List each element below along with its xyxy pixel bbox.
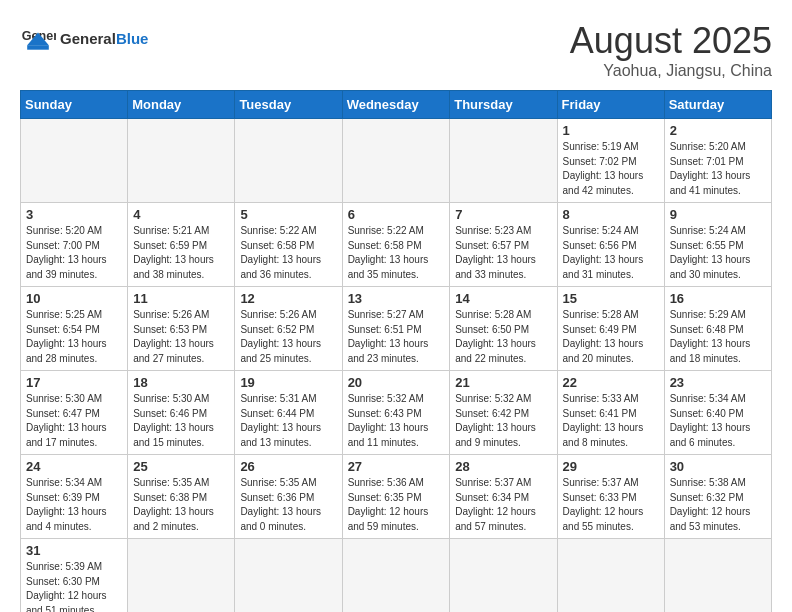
calendar-cell: 12Sunrise: 5:26 AM Sunset: 6:52 PM Dayli… xyxy=(235,287,342,371)
day-number: 8 xyxy=(563,207,659,222)
weekday-header: Wednesday xyxy=(342,91,450,119)
calendar-cell: 8Sunrise: 5:24 AM Sunset: 6:56 PM Daylig… xyxy=(557,203,664,287)
calendar-cell: 13Sunrise: 5:27 AM Sunset: 6:51 PM Dayli… xyxy=(342,287,450,371)
calendar-cell xyxy=(235,539,342,613)
day-info: Sunrise: 5:26 AM Sunset: 6:52 PM Dayligh… xyxy=(240,308,336,366)
calendar-cell: 10Sunrise: 5:25 AM Sunset: 6:54 PM Dayli… xyxy=(21,287,128,371)
day-number: 6 xyxy=(348,207,445,222)
day-number: 22 xyxy=(563,375,659,390)
day-number: 13 xyxy=(348,291,445,306)
calendar-week-row: 10Sunrise: 5:25 AM Sunset: 6:54 PM Dayli… xyxy=(21,287,772,371)
day-number: 30 xyxy=(670,459,766,474)
day-info: Sunrise: 5:33 AM Sunset: 6:41 PM Dayligh… xyxy=(563,392,659,450)
weekday-header: Thursday xyxy=(450,91,557,119)
day-number: 18 xyxy=(133,375,229,390)
title-block: August 2025 Yaohua, Jiangsu, China xyxy=(570,20,772,80)
day-info: Sunrise: 5:32 AM Sunset: 6:43 PM Dayligh… xyxy=(348,392,445,450)
day-info: Sunrise: 5:27 AM Sunset: 6:51 PM Dayligh… xyxy=(348,308,445,366)
day-number: 16 xyxy=(670,291,766,306)
day-info: Sunrise: 5:36 AM Sunset: 6:35 PM Dayligh… xyxy=(348,476,445,534)
day-info: Sunrise: 5:30 AM Sunset: 6:47 PM Dayligh… xyxy=(26,392,122,450)
day-info: Sunrise: 5:21 AM Sunset: 6:59 PM Dayligh… xyxy=(133,224,229,282)
page-header: General GeneralBlue August 2025 Yaohua, … xyxy=(20,20,772,80)
calendar-cell xyxy=(342,119,450,203)
calendar-cell: 6Sunrise: 5:22 AM Sunset: 6:58 PM Daylig… xyxy=(342,203,450,287)
calendar-cell: 28Sunrise: 5:37 AM Sunset: 6:34 PM Dayli… xyxy=(450,455,557,539)
svg-rect-2 xyxy=(27,45,49,50)
day-number: 1 xyxy=(563,123,659,138)
day-number: 17 xyxy=(26,375,122,390)
day-info: Sunrise: 5:39 AM Sunset: 6:30 PM Dayligh… xyxy=(26,560,122,612)
day-number: 26 xyxy=(240,459,336,474)
calendar-table: SundayMondayTuesdayWednesdayThursdayFrid… xyxy=(20,90,772,612)
calendar-cell xyxy=(342,539,450,613)
day-info: Sunrise: 5:35 AM Sunset: 6:38 PM Dayligh… xyxy=(133,476,229,534)
calendar-cell: 29Sunrise: 5:37 AM Sunset: 6:33 PM Dayli… xyxy=(557,455,664,539)
calendar-week-row: 3Sunrise: 5:20 AM Sunset: 7:00 PM Daylig… xyxy=(21,203,772,287)
day-info: Sunrise: 5:20 AM Sunset: 7:01 PM Dayligh… xyxy=(670,140,766,198)
day-info: Sunrise: 5:38 AM Sunset: 6:32 PM Dayligh… xyxy=(670,476,766,534)
day-info: Sunrise: 5:32 AM Sunset: 6:42 PM Dayligh… xyxy=(455,392,551,450)
weekday-header: Saturday xyxy=(664,91,771,119)
day-number: 4 xyxy=(133,207,229,222)
calendar-cell xyxy=(128,119,235,203)
day-number: 29 xyxy=(563,459,659,474)
day-info: Sunrise: 5:30 AM Sunset: 6:46 PM Dayligh… xyxy=(133,392,229,450)
day-info: Sunrise: 5:25 AM Sunset: 6:54 PM Dayligh… xyxy=(26,308,122,366)
calendar-cell: 9Sunrise: 5:24 AM Sunset: 6:55 PM Daylig… xyxy=(664,203,771,287)
weekday-header: Monday xyxy=(128,91,235,119)
day-info: Sunrise: 5:28 AM Sunset: 6:50 PM Dayligh… xyxy=(455,308,551,366)
logo-icon: General xyxy=(20,20,56,56)
day-number: 12 xyxy=(240,291,336,306)
weekday-header: Sunday xyxy=(21,91,128,119)
day-number: 25 xyxy=(133,459,229,474)
day-number: 21 xyxy=(455,375,551,390)
calendar-cell xyxy=(235,119,342,203)
day-number: 11 xyxy=(133,291,229,306)
day-info: Sunrise: 5:20 AM Sunset: 7:00 PM Dayligh… xyxy=(26,224,122,282)
calendar-cell xyxy=(21,119,128,203)
day-number: 14 xyxy=(455,291,551,306)
calendar-cell: 31Sunrise: 5:39 AM Sunset: 6:30 PM Dayli… xyxy=(21,539,128,613)
day-info: Sunrise: 5:35 AM Sunset: 6:36 PM Dayligh… xyxy=(240,476,336,534)
day-number: 31 xyxy=(26,543,122,558)
calendar-cell: 15Sunrise: 5:28 AM Sunset: 6:49 PM Dayli… xyxy=(557,287,664,371)
calendar-cell: 7Sunrise: 5:23 AM Sunset: 6:57 PM Daylig… xyxy=(450,203,557,287)
day-number: 20 xyxy=(348,375,445,390)
day-info: Sunrise: 5:29 AM Sunset: 6:48 PM Dayligh… xyxy=(670,308,766,366)
calendar-week-row: 1Sunrise: 5:19 AM Sunset: 7:02 PM Daylig… xyxy=(21,119,772,203)
calendar-cell: 11Sunrise: 5:26 AM Sunset: 6:53 PM Dayli… xyxy=(128,287,235,371)
day-number: 10 xyxy=(26,291,122,306)
calendar-week-row: 24Sunrise: 5:34 AM Sunset: 6:39 PM Dayli… xyxy=(21,455,772,539)
calendar-cell xyxy=(450,539,557,613)
calendar-cell: 16Sunrise: 5:29 AM Sunset: 6:48 PM Dayli… xyxy=(664,287,771,371)
day-number: 5 xyxy=(240,207,336,222)
calendar-cell: 1Sunrise: 5:19 AM Sunset: 7:02 PM Daylig… xyxy=(557,119,664,203)
calendar-cell: 19Sunrise: 5:31 AM Sunset: 6:44 PM Dayli… xyxy=(235,371,342,455)
calendar-cell: 22Sunrise: 5:33 AM Sunset: 6:41 PM Dayli… xyxy=(557,371,664,455)
weekday-header-row: SundayMondayTuesdayWednesdayThursdayFrid… xyxy=(21,91,772,119)
day-info: Sunrise: 5:22 AM Sunset: 6:58 PM Dayligh… xyxy=(348,224,445,282)
day-info: Sunrise: 5:37 AM Sunset: 6:33 PM Dayligh… xyxy=(563,476,659,534)
month-year: August 2025 xyxy=(570,20,772,62)
calendar-cell xyxy=(557,539,664,613)
calendar-cell: 18Sunrise: 5:30 AM Sunset: 6:46 PM Dayli… xyxy=(128,371,235,455)
day-number: 23 xyxy=(670,375,766,390)
calendar-cell: 26Sunrise: 5:35 AM Sunset: 6:36 PM Dayli… xyxy=(235,455,342,539)
day-number: 2 xyxy=(670,123,766,138)
day-number: 19 xyxy=(240,375,336,390)
day-number: 15 xyxy=(563,291,659,306)
calendar-cell: 2Sunrise: 5:20 AM Sunset: 7:01 PM Daylig… xyxy=(664,119,771,203)
calendar-cell xyxy=(128,539,235,613)
calendar-cell xyxy=(664,539,771,613)
calendar-cell: 24Sunrise: 5:34 AM Sunset: 6:39 PM Dayli… xyxy=(21,455,128,539)
day-number: 9 xyxy=(670,207,766,222)
day-info: Sunrise: 5:28 AM Sunset: 6:49 PM Dayligh… xyxy=(563,308,659,366)
logo: General GeneralBlue xyxy=(20,20,148,56)
day-number: 7 xyxy=(455,207,551,222)
calendar-cell: 20Sunrise: 5:32 AM Sunset: 6:43 PM Dayli… xyxy=(342,371,450,455)
calendar-cell: 5Sunrise: 5:22 AM Sunset: 6:58 PM Daylig… xyxy=(235,203,342,287)
weekday-header: Tuesday xyxy=(235,91,342,119)
calendar-cell: 27Sunrise: 5:36 AM Sunset: 6:35 PM Dayli… xyxy=(342,455,450,539)
day-info: Sunrise: 5:31 AM Sunset: 6:44 PM Dayligh… xyxy=(240,392,336,450)
